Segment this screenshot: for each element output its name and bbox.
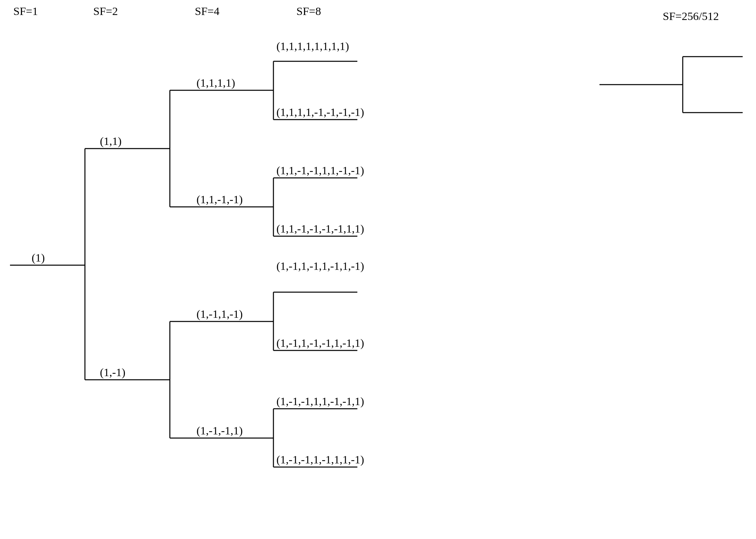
ovsf-code-tree: SF=1 SF=2 SF=4 SF=8 SF=256/512 (1) (1,1)… [0,0,756,539]
header-sf8: SF=8 [296,5,321,17]
header-sflast: SF=256/512 [663,10,719,22]
header-sf4: SF=4 [195,5,219,17]
node-sf8-000: (1,1,1,1,1,1,1,1) [276,40,349,53]
node-sf8-011: (1,1,-1,-1,-1,-1,1,1) [276,223,364,235]
node-sf8-101: (1,-1,1,-1,-1,1,-1,1) [276,337,364,349]
node-sf2-0: (1,1) [100,135,122,148]
node-sf4-01: (1,1,-1,-1) [196,193,243,206]
node-sf2-1: (1,-1) [100,366,125,379]
node-sf4-11: (1,-1,-1,1) [196,424,243,437]
header-sf2: SF=2 [93,5,118,17]
node-sf8-110: (1,-1,-1,1,1,-1,-1,1) [276,395,364,408]
node-root: (1) [32,252,45,264]
header-sf1: SF=1 [13,5,38,17]
node-sf8-001: (1,1,1,1,-1,-1,-1,-1) [276,106,364,119]
node-sf4-10: (1,-1,1,-1) [196,308,243,320]
node-sf8-010: (1,1,-1,-1,1,1,-1,-1) [276,164,364,177]
node-sf8-111: (1,-1,-1,1,-1,1,1,-1) [276,453,364,466]
node-sf4-00: (1,1,1,1) [196,77,235,89]
node-sf8-100: (1,-1,1,-1,1,-1,1,-1) [276,260,364,272]
